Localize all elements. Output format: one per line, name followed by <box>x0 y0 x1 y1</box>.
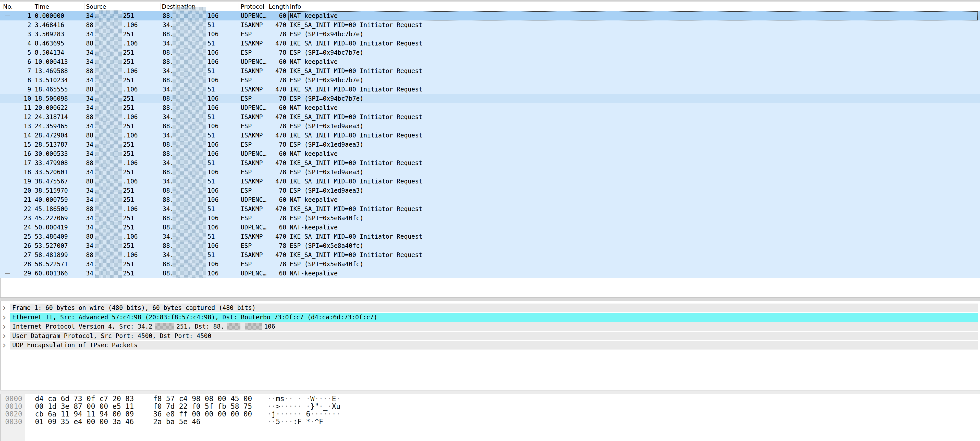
packet-time-cell: 8.463695 <box>35 39 64 48</box>
packet-source-cell: .106 <box>123 232 138 241</box>
packet-row[interactable]: 1833.52060134.25188.106ESP78ESP (SPI=0x1… <box>0 168 980 177</box>
packet-destination-cell: 34. <box>162 21 173 30</box>
packet-row[interactable]: 610.00041334.25188.106UDPENC…60NAT-keepa… <box>0 57 980 66</box>
packet-row[interactable]: 1018.50609834.25188.106ESP78ESP (SPI=0x9… <box>0 94 980 103</box>
packet-row[interactable]: 1528.51378734.25188.106ESP78ESP (SPI=0x1… <box>0 140 980 149</box>
column-header-length[interactable]: Length <box>269 2 289 11</box>
packet-row[interactable]: 2245.18650088..10634.51ISAKMP470IKE_SA_I… <box>0 205 980 214</box>
expand-chevron-icon[interactable]: › <box>3 340 6 350</box>
packet-destination-cell: 88. <box>162 30 173 39</box>
expand-chevron-icon[interactable]: › <box>3 331 6 340</box>
packet-row[interactable]: 2858.52257134.25188.106ESP78ESP (SPI=0x5… <box>0 260 980 269</box>
packet-destination-cell: 106 <box>207 121 218 131</box>
packet-row[interactable]: 58.50413434.25188.106ESP78ESP (SPI=0x94b… <box>0 48 980 57</box>
detail-row[interactable]: ›UDP Encapsulation of IPsec Packets <box>0 341 980 350</box>
packet-row[interactable]: 2345.22706934.25188.106ESP78ESP (SPI=0x5… <box>0 214 980 223</box>
column-divider[interactable] <box>267 3 267 10</box>
packet-source-cell: .106 <box>123 131 138 140</box>
packet-destination-cell: 88. <box>162 11 173 21</box>
expand-chevron-icon[interactable]: › <box>3 313 6 322</box>
packet-source-cell: 88. <box>86 232 97 241</box>
packet-time-cell: 13.469588 <box>35 66 68 76</box>
packet-row[interactable]: 2450.00041934.25188.106UDPENC…60NAT-keep… <box>0 223 980 232</box>
packet-source-cell: .106 <box>123 112 138 121</box>
hex-row[interactable]: 003001 09 35 e4 00 00 3a 462a ba 5e 46··… <box>0 418 980 426</box>
packet-row[interactable]: 2653.52700734.25188.106ESP78ESP (SPI=0x5… <box>0 241 980 250</box>
conversation-bracket-last-tick <box>5 273 10 274</box>
packet-list-header: No. Time Source Destination Protocol Len… <box>0 2 980 11</box>
packet-row[interactable]: 10.00000034.25188.106UDPENC…60NAT-keepal… <box>0 11 980 21</box>
hex-row[interactable]: 001000 1d 3e 87 00 00 e5 11f0 7d 22 f0 5… <box>0 403 980 410</box>
expand-chevron-icon[interactable]: › <box>3 303 6 312</box>
packet-source-cell: .106 <box>123 66 138 76</box>
packet-row[interactable]: 1324.35946534.25188.106ESP78ESP (SPI=0x1… <box>0 121 980 131</box>
detail-row[interactable]: ›Ethernet II, Src: Advanced_57:c4:98 (20… <box>0 313 980 322</box>
detail-row[interactable]: ›Frame 1: 60 bytes on wire (480 bits), 6… <box>0 304 980 313</box>
packet-info-cell: ESP (SPI=0x1ed9aea3) <box>290 140 363 149</box>
detail-row[interactable]: ›Internet Protocol Version 4, Src: 34.22… <box>0 322 980 331</box>
detail-row[interactable]: ›User Datagram Protocol, Src Port: 4500,… <box>0 332 980 341</box>
packet-source-cell: 251 <box>123 260 134 269</box>
packet-time-cell: 50.000419 <box>35 223 68 232</box>
packet-row[interactable]: 1120.00062234.25188.106UDPENC…60NAT-keep… <box>0 103 980 112</box>
packet-source-cell: 34. <box>86 214 97 223</box>
column-header-time[interactable]: Time <box>35 2 49 11</box>
column-header-no[interactable]: No. <box>3 2 13 11</box>
packet-destination-cell: 106 <box>207 48 218 57</box>
packet-destination-cell: 106 <box>207 103 218 112</box>
column-header-info[interactable]: Info <box>290 2 301 11</box>
packet-destination-cell: 34. <box>162 131 173 140</box>
packet-source-cell: 251 <box>123 57 134 66</box>
packet-destination-cell: 51 <box>207 39 215 48</box>
packet-destination-cell: 34. <box>162 85 173 94</box>
packet-length-cell: 78 <box>250 76 286 85</box>
packet-source-cell: 34. <box>86 94 97 103</box>
packet-source-cell: 88. <box>86 177 97 186</box>
column-divider[interactable] <box>239 3 239 10</box>
packet-destination-cell: 88. <box>162 149 173 158</box>
hex-row[interactable]: 0020cb 6a 11 94 11 94 00 0936 e8 ff 00 0… <box>0 410 980 418</box>
packet-row[interactable]: 1733.47990888..10634.51ISAKMP470IKE_SA_I… <box>0 158 980 168</box>
packet-row[interactable]: 2140.00075934.25188.106UDPENC…60NAT-keep… <box>0 195 980 205</box>
packet-destination-cell: 106 <box>207 11 218 21</box>
packet-row[interactable]: 33.50928334.25188.106ESP78ESP (SPI=0x94b… <box>0 30 980 39</box>
packet-row[interactable]: 23.46841688..10634.51ISAKMP470IKE_SA_INI… <box>0 21 980 30</box>
packet-destination-cell: 106 <box>207 57 218 66</box>
column-header-protocol[interactable]: Protocol <box>241 2 264 11</box>
packet-time-cell: 45.227069 <box>35 214 68 223</box>
detail-row-text: Internet Protocol Version 4, Src: 34.225… <box>12 322 275 331</box>
packet-row[interactable]: 1630.00053334.25188.106UDPENC…60NAT-keep… <box>0 149 980 158</box>
packet-row[interactable]: 1428.47290488..10634.51ISAKMP470IKE_SA_I… <box>0 131 980 140</box>
packet-source-cell: 88. <box>86 85 97 94</box>
packet-row[interactable]: 1938.47556788..10634.51ISAKMP470IKE_SA_I… <box>0 177 980 186</box>
packet-row[interactable]: 918.46555588..10634.51ISAKMP470IKE_SA_IN… <box>0 85 980 94</box>
packet-row[interactable]: 2553.48640988..10634.51ISAKMP470IKE_SA_I… <box>0 232 980 241</box>
packet-row[interactable]: 2038.51597034.25188.106ESP78ESP (SPI=0x1… <box>0 186 980 195</box>
column-header-destination[interactable]: Destination <box>162 2 196 11</box>
packet-row[interactable]: 2960.00136634.25188.106UDPENC…60NAT-keep… <box>0 269 980 278</box>
splitter-details-hex[interactable] <box>0 390 980 394</box>
column-divider[interactable] <box>33 3 33 10</box>
packet-source-cell: 251 <box>123 195 134 205</box>
hex-bytes-text: 36 e8 ff 00 00 00 00 00 <box>153 410 252 418</box>
packet-row[interactable]: 813.51023434.25188.106ESP78ESP (SPI=0x94… <box>0 76 980 85</box>
packet-info-cell: IKE_SA_INIT MID=00 Initiator Request <box>290 39 422 48</box>
column-divider[interactable] <box>160 3 161 10</box>
packet-destination-cell: 51 <box>207 177 215 186</box>
packet-info-cell: ESP (SPI=0x1ed9aea3) <box>290 168 363 177</box>
splitter-list-details[interactable] <box>0 297 980 301</box>
column-divider[interactable] <box>84 3 84 10</box>
packet-length-cell: 60 <box>250 195 286 205</box>
expand-chevron-icon[interactable]: › <box>3 322 6 331</box>
packet-source-cell: .106 <box>123 250 138 260</box>
packet-row[interactable]: 48.46369588..10634.51ISAKMP470IKE_SA_INI… <box>0 39 980 48</box>
packet-row[interactable]: 1224.31871488..10634.51ISAKMP470IKE_SA_I… <box>0 112 980 121</box>
packet-source-cell: .106 <box>123 39 138 48</box>
column-divider[interactable] <box>288 3 288 10</box>
packet-row[interactable]: 2758.48189988..10634.51ISAKMP470IKE_SA_I… <box>0 250 980 260</box>
column-header-source[interactable]: Source <box>86 2 106 11</box>
packet-destination-cell: 51 <box>207 158 215 168</box>
hex-row[interactable]: 0000d4 ca 6d 73 0f c7 20 83f8 57 c4 98 0… <box>0 395 980 403</box>
packet-info-cell: IKE_SA_INIT MID=00 Initiator Request <box>290 158 422 168</box>
packet-row[interactable]: 713.46958888..10634.51ISAKMP470IKE_SA_IN… <box>0 66 980 76</box>
